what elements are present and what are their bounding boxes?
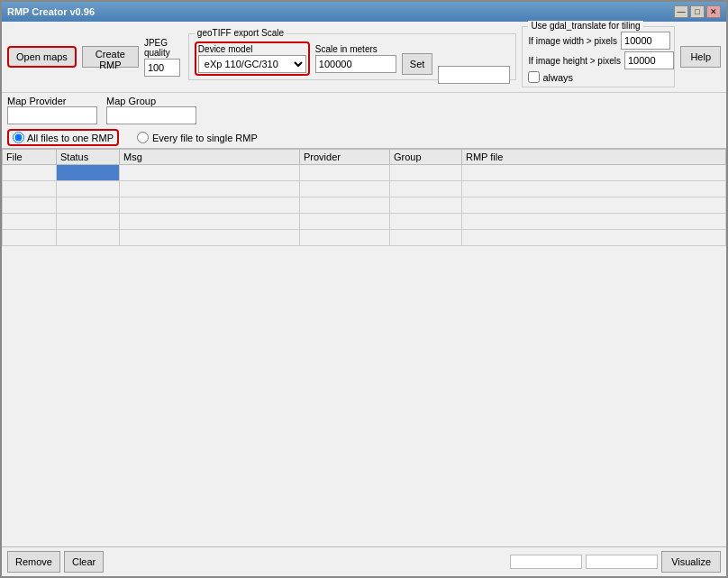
map-provider-group: Map Provider bbox=[7, 96, 97, 124]
create-rmp-button[interactable]: Create RMP bbox=[82, 46, 139, 68]
cell-status-3 bbox=[57, 197, 120, 214]
status-item-1 bbox=[510, 555, 582, 569]
title-bar: RMP Creator v0.96 — □ ✕ bbox=[2, 2, 726, 22]
table-header-row: File Status Msg Provider Group RMP file bbox=[3, 150, 726, 165]
cell-group-3 bbox=[390, 197, 462, 214]
gdal-height-input[interactable] bbox=[624, 51, 674, 69]
table-row bbox=[3, 181, 726, 197]
cell-msg-3 bbox=[120, 197, 300, 214]
window-controls: — □ ✕ bbox=[674, 5, 721, 18]
gdal-height-label: If image height > pixels bbox=[528, 56, 621, 66]
cell-group-4 bbox=[390, 214, 462, 230]
cell-provider-2 bbox=[300, 181, 390, 197]
cell-file-3 bbox=[3, 197, 57, 214]
cell-group-1 bbox=[390, 165, 462, 181]
cell-rmpfile-3 bbox=[462, 197, 726, 214]
device-model-select[interactable]: eXp 110/GC/310 eXp 210 eXp 310 bbox=[198, 55, 306, 73]
window-title: RMP Creator v0.96 bbox=[7, 6, 95, 17]
map-group-input[interactable] bbox=[106, 106, 196, 124]
table-row bbox=[3, 197, 726, 214]
scale-group: Scale in meters bbox=[315, 44, 396, 73]
scale-extra-input[interactable] bbox=[438, 66, 510, 84]
geotiff-section: geoTIFF export Scale Device model eXp 11… bbox=[188, 33, 517, 80]
col-msg: Msg bbox=[120, 150, 300, 165]
toolbar: Open maps Create RMP JPEG quality geoTIF… bbox=[2, 22, 726, 93]
status-item-2 bbox=[586, 555, 658, 569]
gdal-always-label: always bbox=[542, 72, 573, 83]
gdal-width-row: If image width > pixels bbox=[528, 32, 669, 50]
radio-all-files-label: All files to one RMP bbox=[27, 133, 114, 143]
cell-status-2 bbox=[57, 181, 120, 197]
minimize-button[interactable]: — bbox=[674, 5, 688, 18]
row2: Map Provider Map Group bbox=[2, 93, 726, 127]
map-group-group: Map Group bbox=[106, 96, 196, 124]
map-group-label: Map Group bbox=[106, 96, 196, 106]
geotiff-inner: Device model eXp 110/GC/310 eXp 210 eXp … bbox=[195, 41, 511, 77]
table-container: File Status Msg Provider Group RMP file bbox=[2, 149, 726, 546]
cell-rmpfile-1 bbox=[462, 165, 726, 181]
cell-group-2 bbox=[390, 181, 462, 197]
col-provider: Provider bbox=[300, 150, 390, 165]
close-button[interactable]: ✕ bbox=[706, 5, 721, 18]
radio-every-file-label: Every file to single RMP bbox=[152, 133, 258, 143]
cell-rmpfile-4 bbox=[462, 214, 726, 230]
cell-rmpfile-5 bbox=[462, 230, 726, 246]
device-model-label: Device model bbox=[198, 44, 253, 54]
col-rmp-file: RMP file bbox=[462, 150, 726, 165]
col-status: Status bbox=[57, 150, 120, 165]
device-model-wrapper: Device model eXp 110/GC/310 eXp 210 eXp … bbox=[195, 41, 310, 76]
maximize-button[interactable]: □ bbox=[690, 5, 705, 18]
cell-msg-5 bbox=[120, 230, 300, 246]
map-provider-label: Map Provider bbox=[7, 96, 97, 106]
jpeg-quality-label: JPEG quality bbox=[144, 38, 183, 58]
cell-msg-4 bbox=[120, 214, 300, 230]
scale-input[interactable] bbox=[315, 55, 396, 73]
radio-all-files-wrapper: All files to one RMP bbox=[7, 129, 119, 146]
map-provider-input[interactable] bbox=[7, 106, 97, 124]
cell-file-5 bbox=[3, 230, 57, 246]
set-button[interactable]: Set bbox=[402, 53, 433, 75]
jpeg-quality-input[interactable] bbox=[144, 59, 180, 77]
main-window: RMP Creator v0.96 — □ ✕ Open maps Create… bbox=[0, 0, 728, 578]
open-maps-button[interactable]: Open maps bbox=[7, 46, 77, 68]
cell-file-1 bbox=[3, 165, 57, 181]
cell-group-5 bbox=[390, 230, 462, 246]
cell-status-1 bbox=[57, 165, 120, 181]
table-row bbox=[3, 165, 726, 181]
files-table: File Status Msg Provider Group RMP file bbox=[2, 149, 726, 246]
col-group: Group bbox=[390, 150, 462, 165]
row3: All files to one RMP Every file to singl… bbox=[2, 127, 726, 149]
cell-status-4 bbox=[57, 214, 120, 230]
radio-all-files[interactable] bbox=[13, 132, 24, 143]
cell-provider-3 bbox=[300, 197, 390, 214]
gdal-height-row: If image height > pixels bbox=[528, 51, 669, 69]
gdal-always-checkbox[interactable] bbox=[528, 71, 540, 83]
cell-provider-1 bbox=[300, 165, 390, 181]
radio-every-file[interactable] bbox=[137, 132, 149, 143]
remove-button[interactable]: Remove bbox=[7, 551, 60, 573]
table-row bbox=[3, 214, 726, 230]
table-row bbox=[3, 230, 726, 246]
device-model-group: Device model eXp 110/GC/310 eXp 210 eXp … bbox=[196, 43, 308, 74]
cell-file-2 bbox=[3, 181, 57, 197]
gdal-section: Use gdal_translate for tiling If image w… bbox=[522, 26, 675, 87]
cell-status-5 bbox=[57, 230, 120, 246]
cell-msg-2 bbox=[120, 181, 300, 197]
gdal-width-label: If image width > pixels bbox=[528, 36, 617, 46]
jpeg-quality-group: JPEG quality bbox=[144, 38, 183, 77]
cell-provider-4 bbox=[300, 214, 390, 230]
gdal-legend: Use gdal_translate for tiling bbox=[528, 21, 642, 31]
visualize-button[interactable]: Visualize bbox=[661, 551, 721, 573]
cell-msg-1 bbox=[120, 165, 300, 181]
clear-button[interactable]: Clear bbox=[64, 551, 104, 573]
col-file: File bbox=[3, 150, 57, 165]
geotiff-legend: geoTIFF export Scale bbox=[195, 28, 287, 38]
scale-label: Scale in meters bbox=[315, 44, 378, 54]
gdal-always-row: always bbox=[528, 71, 669, 83]
help-button[interactable]: Help bbox=[680, 46, 721, 68]
status-bar bbox=[510, 555, 658, 569]
radio-every-file-group: Every file to single RMP bbox=[137, 132, 258, 143]
gdal-width-input[interactable] bbox=[621, 32, 670, 50]
cell-file-4 bbox=[3, 214, 57, 230]
cell-provider-5 bbox=[300, 230, 390, 246]
